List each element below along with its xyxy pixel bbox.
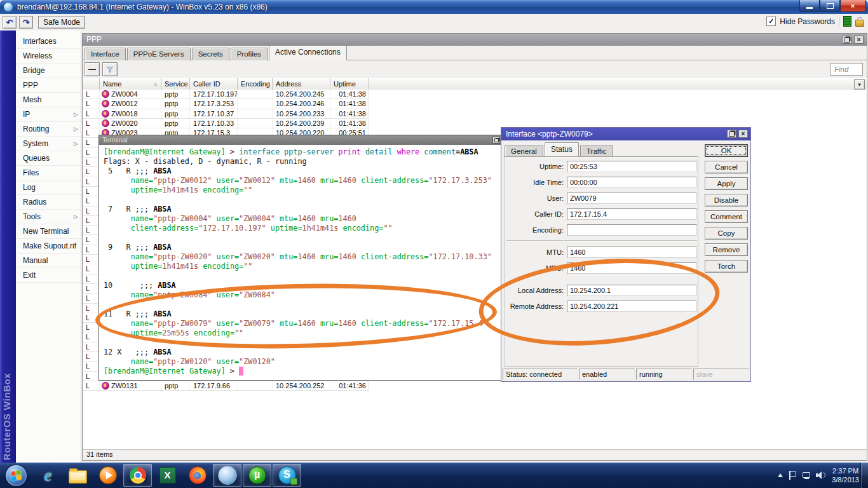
tab-secrets[interactable]: Secrets [192,48,229,60]
tab-active-connections[interactable]: Active Connections [269,45,347,60]
taskbar-excel[interactable] [153,464,182,487]
terminal-restore-button[interactable] [492,137,500,144]
taskbar-media-player[interactable] [93,464,122,487]
table-row[interactable]: L ZW0018 pptp 172.17.10.37 10.254.200.23… [83,109,369,119]
taskbar-skype[interactable] [273,464,301,487]
field-value-input[interactable]: ZW0079 [567,193,697,204]
redo-button[interactable]: ↷ [19,16,33,29]
column-header[interactable]: ▲ [369,78,867,90]
taskbar-chrome[interactable] [123,464,152,487]
column-dropdown-button[interactable]: ▼ [854,79,865,90]
clock[interactable]: 2:37 PM 3/8/2013 [832,466,859,484]
sidebar-item-label: Log [23,181,74,194]
field-value-input[interactable]: 1460 [567,262,697,274]
column-header[interactable]: Encoding ▲ [238,78,273,90]
dialog-tab-general[interactable]: General [505,145,543,158]
find-button[interactable]: Find [830,63,863,76]
minimize-button[interactable] [799,0,820,12]
submenu-arrow-icon: ▷ [74,210,78,224]
show-desktop-button[interactable] [860,463,868,488]
column-header-label: Address [276,80,301,88]
sidebar-item-log[interactable]: Log ▷ [16,180,81,195]
volume-icon[interactable] [816,471,826,480]
dialog-tab-traffic[interactable]: Traffic [580,145,613,158]
terminal-titlebar[interactable]: Terminal [99,135,502,145]
ppp-restore-button[interactable] [842,36,851,44]
field-value-input[interactable]: 00:25:53 [567,161,697,172]
sidebar-item-manual[interactable]: Manual ▷ [16,254,81,268]
sidebar-item-interfaces[interactable]: Interfaces ▷ [16,34,81,49]
table-row[interactable]: L ZW0131 pptp 172.17.9.66 10.254.200.252… [83,381,369,391]
sidebar-item-tools[interactable]: Tools ▷ [16,210,81,224]
table-row[interactable]: L ZW0020 pptp 172.17.10.33 10.254.200.23… [83,119,369,128]
taskbar-firefox[interactable] [183,464,212,487]
action-center-flag-icon[interactable] [789,471,796,480]
column-header[interactable]: Caller ID ▲ [190,78,238,90]
remove-button[interactable]: Remove [705,243,748,256]
sidebar-item-ppp[interactable]: PPP ▷ [16,78,81,93]
field-value-input[interactable]: 10.254.200.1 [567,285,697,296]
dialog-titlebar[interactable]: Interface <pptp-ZW0079> × [501,128,750,140]
table-row[interactable]: L ZW0004 pptp 172.17.10.197 10.254.200.2… [83,90,369,99]
sidebar-item-mesh[interactable]: Mesh ▷ [16,93,81,107]
window-titlebar[interactable]: brendanM@192.168.84.1 (Internet Gateway)… [0,0,868,14]
tab-pppoe-servers[interactable]: PPPoE Servers [127,48,191,60]
torch-button[interactable]: Torch [705,260,748,273]
network-icon[interactable] [802,471,810,479]
maximize-button[interactable] [820,0,840,12]
ppp-toolbar: — Find [83,60,867,78]
row-flag: L [83,167,100,176]
terminal-output[interactable]: [brendanM@Internet Gateway] > interface … [99,145,502,380]
field-value-input[interactable]: 172.17.15.4 [567,208,697,220]
dialog-field-row: Remote Address: 10.254.200.221 [506,301,697,312]
sidebar-item-new-terminal[interactable]: New Terminal ▷ [16,224,81,239]
taskbar-winbox[interactable] [213,464,241,487]
hide-passwords-checkbox[interactable] [766,17,776,26]
ppp-close-button[interactable]: × [854,36,864,44]
copy-button[interactable]: Copy [705,227,748,240]
column-header[interactable]: ▲ [83,78,100,90]
table-row[interactable]: L ZW0012 pptp 172.17.3.253 10.254.200.24… [83,99,369,109]
sidebar-item-radius[interactable]: Radius ▷ [16,195,81,210]
undo-button[interactable]: ↶ [3,16,17,29]
sidebar-item-queues[interactable]: Queues ▷ [16,151,81,166]
filter-icon[interactable] [102,62,118,76]
column-header[interactable]: Uptime ▲ [330,78,369,90]
sidebar-item-system[interactable]: System ▷ [16,137,81,151]
sidebar-item-routing[interactable]: Routing ▷ [16,122,81,137]
sidebar-item-wireless[interactable]: Wireless ▷ [16,49,81,64]
close-button[interactable]: × [840,0,865,12]
field-value-input[interactable]: 00:00:00 [567,177,697,188]
field-value-input[interactable]: 10.254.200.221 [567,301,697,312]
taskbar-ie[interactable] [34,464,62,487]
ok-button[interactable]: OK [705,144,748,157]
field-value-input[interactable] [567,224,697,236]
sort-ascending-icon: ▲ [153,81,158,87]
sidebar-item-files[interactable]: Files ▷ [16,166,81,180]
apply-button[interactable]: Apply [705,177,748,190]
column-header[interactable]: Name ▲ [100,78,161,90]
remove-connection-button[interactable]: — [85,62,100,76]
tab-interface[interactable]: Interface [85,48,126,60]
dialog-tab-status[interactable]: Status [545,142,579,158]
sidebar-item-ip[interactable]: IP ▷ [16,107,81,122]
comment-button[interactable]: Comment [705,210,748,223]
column-header[interactable]: Address ▲ [273,78,330,90]
sidebar-item-exit[interactable]: Exit ▷ [16,268,81,283]
tab-profiles[interactable]: Profiles [231,48,268,60]
taskbar-utorrent[interactable] [243,464,271,487]
row-name: ZW0020 [111,119,138,128]
dialog-close-button[interactable]: × [738,130,748,138]
column-header[interactable]: Service ▲ [161,78,190,90]
ppp-window-titlebar[interactable]: PPP × [83,34,867,46]
cancel-button[interactable]: Cancel [705,161,748,173]
field-value-input[interactable]: 1460 [567,247,697,258]
sidebar-item-make-supout[interactable]: Make Supout.rif ▷ [16,239,81,254]
tray-expand-arrow-icon[interactable] [778,473,783,477]
safe-mode-button[interactable]: Safe Mode [38,16,85,29]
dialog-restore-button[interactable] [727,130,736,138]
sidebar-item-bridge[interactable]: Bridge ▷ [16,64,81,78]
disable-button[interactable]: Disable [705,194,748,207]
start-button[interactable] [4,463,28,487]
taskbar-explorer[interactable] [64,464,92,487]
